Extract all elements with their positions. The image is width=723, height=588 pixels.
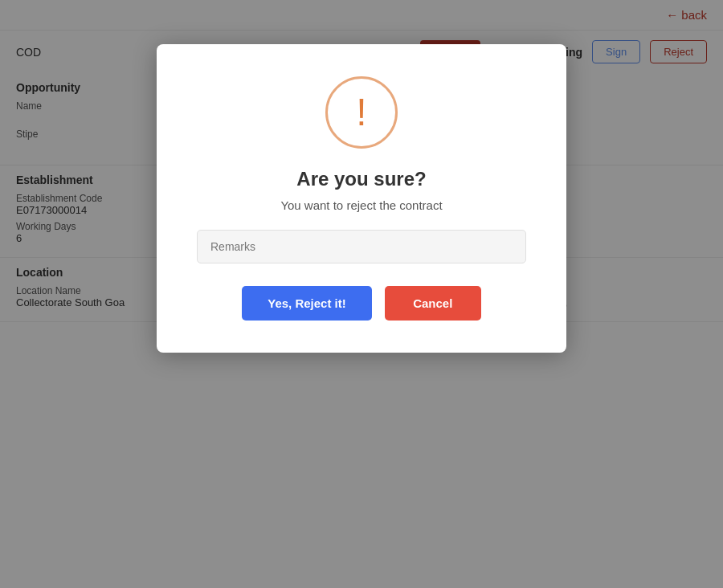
confirm-reject-modal: ! Are you sure? You want to reject the c…	[157, 44, 566, 353]
modal-title: Are you sure?	[296, 168, 426, 190]
modal-buttons: Yes, Reject it! Cancel	[242, 286, 481, 321]
cancel-button[interactable]: Cancel	[385, 286, 481, 321]
warning-icon-circle: !	[325, 76, 398, 149]
yes-reject-button[interactable]: Yes, Reject it!	[242, 286, 372, 321]
modal-overlay: ! Are you sure? You want to reject the c…	[0, 0, 723, 588]
remarks-input[interactable]	[197, 230, 526, 263]
modal-subtitle: You want to reject the contract	[280, 198, 442, 212]
exclamation-icon: !	[356, 93, 366, 132]
